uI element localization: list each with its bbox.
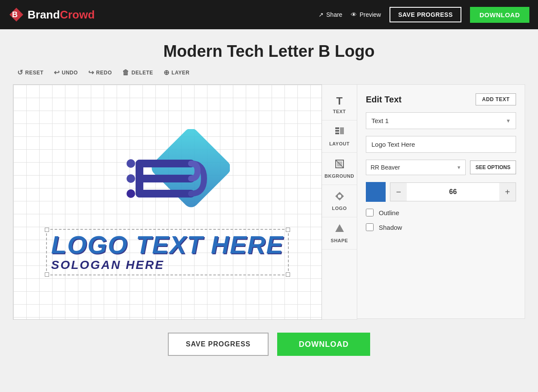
- svg-text:B: B: [12, 10, 18, 19]
- svg-point-7: [127, 159, 135, 168]
- editor-toolbar: ↺ RESET ↩ UNDO ↪ REDO 🗑 DELETE ⊕ LAYER: [17, 68, 189, 77]
- sidebar: T TEXT LAYOUT BKGROUND LOGO: [322, 84, 357, 320]
- sidebar-item-logo[interactable]: LOGO: [322, 185, 357, 217]
- brand-logo: B BrandCrowd: [9, 7, 95, 22]
- svg-rect-11: [335, 130, 339, 132]
- color-size-row: − 66 +: [366, 182, 516, 202]
- sidebar-item-background-label: BKGROUND: [325, 173, 354, 179]
- size-increase-button[interactable]: +: [499, 183, 516, 201]
- svg-rect-12: [335, 133, 339, 134]
- right-panel: Edit Text ADD TEXT Text 1 Text 2 Text 3 …: [357, 84, 525, 319]
- redo-button[interactable]: ↪ REDO: [88, 68, 112, 77]
- sidebar-item-text-label: TEXT: [333, 109, 346, 114]
- panel-title: Edit Text: [366, 95, 402, 105]
- logo-main-text: LOGO TEXT HERE: [51, 232, 284, 257]
- save-progress-top-button[interactable]: SAVE PROGRESS: [390, 7, 461, 22]
- size-decrease-button[interactable]: −: [390, 183, 407, 201]
- page-title: Modern Tech Letter B Logo: [163, 42, 374, 61]
- outline-label: Outline: [379, 209, 399, 216]
- delete-button[interactable]: 🗑 DELETE: [122, 69, 153, 77]
- sidebar-item-layout-label: LAYOUT: [329, 141, 349, 146]
- main-content: Modern Tech Letter B Logo ↺ RESET ↩ UNDO…: [0, 29, 538, 373]
- save-progress-bottom-button[interactable]: SAVE PROGRESS: [168, 333, 269, 356]
- svg-point-8: [127, 174, 135, 183]
- logo-text-input[interactable]: [366, 136, 516, 153]
- reset-button[interactable]: ↺ RESET: [17, 68, 43, 77]
- font-select[interactable]: RR Beaver Arial Roboto: [366, 160, 466, 175]
- shadow-checkbox[interactable]: [366, 223, 374, 231]
- sidebar-item-shape-label: SHAPE: [331, 238, 348, 243]
- undo-icon: ↩: [54, 68, 60, 77]
- outline-row: Outline: [366, 209, 516, 216]
- logo-graphic: [105, 129, 230, 225]
- download-top-button[interactable]: DOWNLOAD: [470, 7, 529, 23]
- text-select[interactable]: Text 1 Text 2 Text 3: [366, 112, 516, 129]
- svg-marker-16: [335, 224, 344, 232]
- brand-name: BrandCrowd: [28, 8, 95, 22]
- canvas-container[interactable]: LOGO TEXT HERE SOLOGAN HERE: [13, 84, 322, 320]
- undo-button[interactable]: ↩ UNDO: [54, 68, 78, 77]
- share-button[interactable]: ↗ Share: [318, 11, 342, 18]
- logo-slogan-text: SOLOGAN HERE: [51, 258, 284, 272]
- text-icon: T: [336, 95, 343, 107]
- sidebar-item-shape[interactable]: SHAPE: [322, 217, 357, 250]
- font-row: RR Beaver Arial Roboto SEE OPTIONS: [366, 160, 516, 175]
- share-icon: ↗: [318, 11, 324, 18]
- handle-tl[interactable]: [45, 228, 49, 232]
- font-size-value: 66: [407, 188, 499, 196]
- shadow-label: Shadow: [379, 224, 402, 231]
- svg-rect-10: [335, 127, 339, 129]
- logo-icon: [334, 191, 345, 204]
- bottom-actions: SAVE PROGRESS DOWNLOAD: [168, 320, 371, 364]
- sidebar-item-layout[interactable]: LAYOUT: [322, 120, 357, 153]
- see-options-button[interactable]: SEE OPTIONS: [470, 161, 516, 174]
- editor-area: LOGO TEXT HERE SOLOGAN HERE T TEXT LAYOU…: [13, 84, 525, 320]
- layer-icon: ⊕: [164, 68, 170, 77]
- redo-icon: ↪: [88, 68, 94, 77]
- sidebar-item-background[interactable]: BKGROUND: [322, 153, 357, 185]
- handle-tr[interactable]: [286, 228, 290, 232]
- color-swatch-button[interactable]: [366, 182, 386, 202]
- top-navigation: B BrandCrowd ↗ Share 👁 Preview SAVE PROG…: [0, 0, 538, 29]
- text-select-wrapper: Text 1 Text 2 Text 3: [366, 112, 516, 129]
- font-select-wrapper: RR Beaver Arial Roboto: [366, 160, 466, 175]
- layout-icon: [334, 127, 345, 139]
- nav-actions: ↗ Share 👁 Preview SAVE PROGRESS DOWNLOAD: [318, 7, 529, 23]
- shadow-row: Shadow: [366, 223, 516, 231]
- size-control: − 66 +: [390, 182, 516, 201]
- svg-line-14: [336, 160, 343, 168]
- svg-point-9: [127, 189, 135, 198]
- sidebar-item-logo-label: LOGO: [332, 206, 346, 211]
- text-selection-box[interactable]: LOGO TEXT HERE SOLOGAN HERE: [46, 229, 289, 275]
- handle-br[interactable]: [286, 272, 290, 277]
- download-bottom-button[interactable]: DOWNLOAD: [277, 333, 370, 356]
- outline-checkbox[interactable]: [366, 209, 374, 216]
- svg-point-15: [338, 194, 341, 198]
- logo-svg: [105, 129, 230, 224]
- sidebar-item-text[interactable]: T TEXT: [322, 89, 357, 120]
- add-text-button[interactable]: ADD TEXT: [476, 93, 516, 105]
- svg-rect-13: [340, 127, 344, 134]
- reset-icon: ↺: [17, 68, 23, 77]
- layer-button[interactable]: ⊕ LAYER: [164, 68, 190, 77]
- brand-icon: B: [9, 7, 24, 22]
- eye-icon: 👁: [351, 11, 357, 18]
- canvas-content: LOGO TEXT HERE SOLOGAN HERE: [13, 85, 322, 319]
- handle-bl[interactable]: [45, 272, 49, 277]
- delete-icon: 🗑: [122, 69, 130, 77]
- shape-icon: [334, 223, 345, 236]
- svg-rect-2: [148, 129, 230, 210]
- panel-header: Edit Text ADD TEXT: [366, 93, 516, 105]
- background-icon: [334, 159, 345, 172]
- preview-button[interactable]: 👁 Preview: [351, 11, 381, 18]
